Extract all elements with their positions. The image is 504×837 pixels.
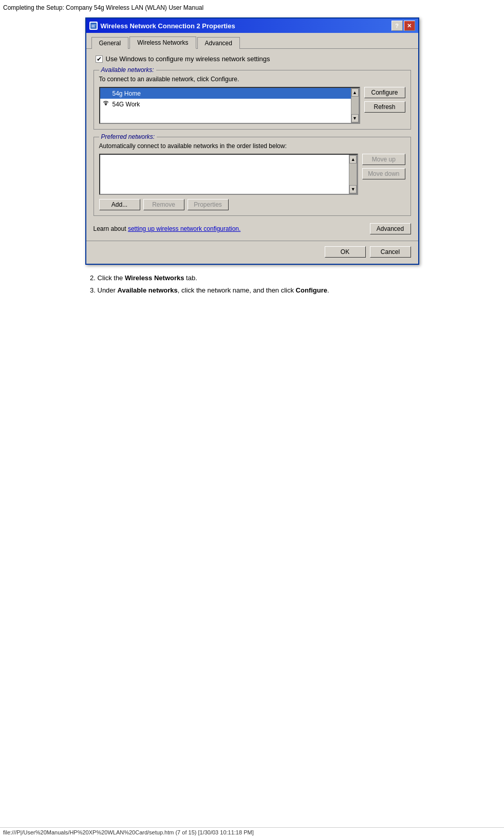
network-item-54g-home[interactable]: 54g Home (100, 88, 351, 99)
preferred-networks-desc: Automatically connect to available netwo… (99, 142, 405, 150)
preferred-networks-list (100, 155, 349, 194)
instructions: Click the Wireless Networks tab. Under A… (85, 265, 419, 297)
title-bar-buttons: ? ✕ (391, 21, 415, 31)
wireless-icon-2 (102, 100, 109, 108)
available-networks-list-box: 54g Home (99, 87, 360, 124)
svg-rect-2 (91, 26, 95, 26)
preferred-networks-list-box: ▲ ▼ (99, 154, 359, 195)
cancel-button[interactable]: Cancel (370, 246, 411, 258)
svg-rect-3 (91, 27, 95, 27)
window-icon (89, 22, 98, 30)
available-networks-group: Available networks: To connect to an ava… (94, 70, 411, 130)
move-down-button[interactable]: Move down (362, 168, 405, 179)
properties-button[interactable]: Properties (188, 199, 229, 210)
tab-strip: General Wireless Networks Advanced (86, 33, 418, 49)
tab-general[interactable]: General (91, 37, 129, 49)
preferred-networks-actions: Add... Remove Properties (99, 199, 405, 210)
network-item-54g-work[interactable]: 54G Work (100, 99, 351, 110)
instruction-item-2: Click the Wireless Networks tab. (98, 273, 419, 283)
move-up-button[interactable]: Move up (362, 154, 405, 165)
advanced-bottom-button[interactable]: Advanced (370, 223, 411, 234)
checkbox-row: ✔ Use Windows to configure my wireless n… (96, 55, 411, 63)
available-networks-buttons: Configure Refresh (364, 87, 405, 124)
checkbox-label: Use Windows to configure my wireless net… (106, 55, 270, 63)
remove-button[interactable]: Remove (143, 199, 184, 210)
preferred-networks-scrollbar[interactable]: ▲ ▼ (349, 155, 357, 194)
scroll-down-btn[interactable]: ▼ (351, 114, 359, 122)
tab-wireless-networks[interactable]: Wireless Networks (129, 37, 196, 49)
svg-rect-1 (91, 25, 96, 25)
dialog-window: Wireless Network Connection 2 Properties… (85, 17, 419, 265)
network-name-2: 54G Work (113, 101, 140, 108)
available-networks-list: 54g Home (100, 88, 351, 123)
learn-prefix: Learn about (94, 225, 128, 232)
preferred-networks-buttons: Move up Move down (362, 154, 405, 195)
svg-point-5 (105, 103, 107, 105)
page-title: Completing the Setup: Company 54g Wirele… (0, 2, 504, 12)
available-networks-label: Available networks: (99, 66, 156, 74)
close-button[interactable]: ✕ (404, 21, 415, 31)
learn-row: Learn about setting up wireless network … (94, 223, 411, 234)
scroll-track (351, 97, 359, 114)
page-footer: file:///P|/User%20Manuals/HP%20XP%20WLAN… (0, 827, 504, 837)
available-networks-scrollbar[interactable]: ▲ ▼ (351, 88, 359, 123)
dialog-title: Wireless Network Connection 2 Properties (101, 22, 235, 30)
learn-link[interactable]: setting up wireless network configuratio… (128, 225, 240, 232)
pref-scroll-down-btn[interactable]: ▼ (349, 185, 357, 193)
title-bar: Wireless Network Connection 2 Properties… (86, 19, 418, 33)
preferred-networks-group: Preferred networks: Automatically connec… (94, 137, 411, 216)
use-windows-checkbox[interactable]: ✔ (96, 56, 103, 63)
refresh-button[interactable]: Refresh (364, 101, 405, 113)
dialog-footer: OK Cancel (86, 241, 418, 264)
title-bar-left: Wireless Network Connection 2 Properties (89, 22, 235, 30)
scroll-up-btn[interactable]: ▲ (351, 88, 359, 97)
tab-advanced[interactable]: Advanced (197, 37, 240, 49)
dialog-body: ✔ Use Windows to configure my wireless n… (86, 49, 418, 241)
wireless-icon-1 (102, 89, 109, 98)
learn-text: Learn about setting up wireless network … (94, 225, 241, 232)
instruction-item-3: Under Available networks, click the netw… (98, 285, 419, 296)
preferred-networks-label: Preferred networks: (99, 133, 157, 140)
add-button[interactable]: Add... (99, 199, 140, 210)
svg-point-4 (105, 93, 107, 95)
network-name-1: 54g Home (113, 90, 141, 97)
configure-button[interactable]: Configure (364, 87, 405, 98)
pref-scroll-up-btn[interactable]: ▲ (349, 155, 357, 163)
available-networks-desc: To connect to an available network, clic… (99, 76, 405, 83)
help-button[interactable]: ? (391, 21, 403, 31)
pref-scroll-track (349, 163, 357, 185)
ok-button[interactable]: OK (325, 246, 366, 258)
